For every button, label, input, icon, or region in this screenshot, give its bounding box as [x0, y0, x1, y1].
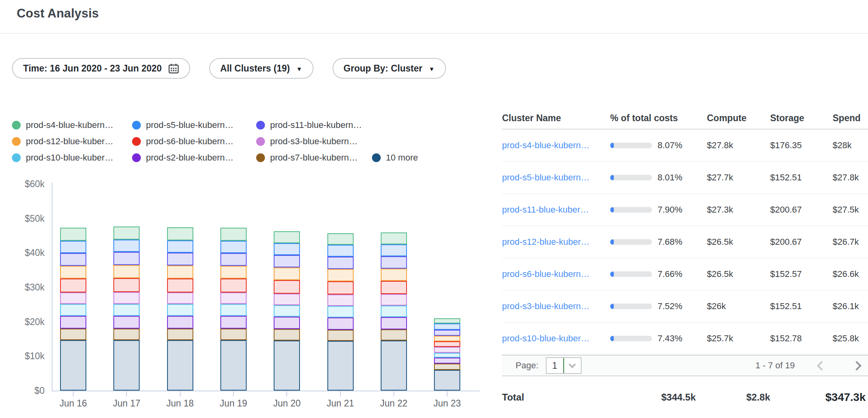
clusters-filter-dropdown[interactable]: All Clusters (19) ▼ — [209, 58, 313, 79]
bar-segment[interactable] — [167, 240, 193, 253]
bar-segment[interactable] — [113, 292, 140, 304]
bar-segment[interactable] — [113, 316, 140, 329]
cluster-name-link[interactable]: prod-s6-blue-kubern… — [502, 269, 590, 279]
bar-segment[interactable] — [113, 226, 140, 240]
legend-item[interactable]: prod-s5-blue-kubern… — [132, 119, 234, 131]
bar-segment[interactable] — [60, 316, 86, 329]
bar-segment[interactable] — [434, 347, 460, 353]
bar-segment[interactable] — [60, 253, 86, 266]
bar-segment[interactable] — [327, 294, 354, 306]
bar-segment[interactable] — [327, 245, 354, 257]
bar-segment[interactable] — [327, 233, 354, 245]
bar-segment[interactable] — [60, 228, 86, 241]
bar-segment[interactable] — [434, 318, 460, 323]
bar-segment[interactable] — [167, 253, 193, 265]
bar-segment[interactable] — [60, 266, 86, 279]
bar-segment[interactable] — [167, 316, 193, 329]
bar-segment[interactable] — [381, 269, 407, 281]
bar-segment[interactable] — [327, 257, 354, 269]
bar-segment[interactable] — [220, 316, 247, 329]
bar-segment[interactable] — [381, 294, 407, 306]
legend-item[interactable]: prod-s7-blue-kubern… — [256, 152, 358, 164]
bar-segment[interactable] — [434, 370, 460, 391]
bar-segment[interactable] — [113, 304, 140, 316]
bar-segment[interactable] — [434, 336, 460, 341]
bar-segment[interactable] — [167, 292, 193, 304]
bar-segment[interactable] — [434, 358, 460, 364]
bar-segment[interactable] — [381, 317, 407, 329]
cluster-name-link[interactable]: prod-s11-blue-kuber… — [502, 205, 589, 215]
bar-segment[interactable] — [60, 241, 86, 253]
legend-item[interactable]: prod-s3-blue-kubern… — [256, 135, 358, 147]
cluster-name-link[interactable]: prod-s12-blue-kuber… — [502, 237, 590, 247]
bar-segment[interactable] — [434, 341, 460, 347]
bar-segment[interactable] — [167, 279, 193, 292]
bar-segment[interactable] — [434, 353, 460, 358]
previous-page-button[interactable] — [814, 358, 829, 373]
cluster-name-link[interactable]: prod-s3-blue-kubern… — [502, 301, 590, 311]
bar-segment[interactable] — [113, 329, 140, 340]
bar-segment[interactable] — [381, 341, 407, 391]
bar-segment[interactable] — [113, 278, 140, 292]
bar-segment[interactable] — [381, 256, 407, 269]
bar-segment[interactable] — [220, 292, 247, 304]
next-page-button[interactable] — [849, 358, 864, 373]
bar-segment[interactable] — [381, 306, 407, 317]
bar-segment[interactable] — [327, 306, 354, 317]
bar-segment[interactable] — [274, 329, 300, 341]
legend-item[interactable]: prod-s12-blue-kuber… — [12, 135, 113, 147]
bar-segment[interactable] — [167, 329, 193, 340]
legend-item[interactable]: prod-s2-blue-kubern… — [132, 152, 234, 164]
bar-segment[interactable] — [381, 281, 407, 294]
bar-segment[interactable] — [167, 265, 193, 279]
legend-item[interactable]: prod-s6-blue-kubern… — [132, 135, 234, 147]
cluster-name-link[interactable]: prod-s10-blue-kuber… — [502, 333, 590, 343]
legend-item[interactable]: prod-s4-blue-kubern… — [12, 119, 113, 131]
bar-segment[interactable] — [220, 241, 247, 253]
bar-segment[interactable] — [274, 267, 300, 280]
page-select[interactable]: 1 — [546, 357, 582, 374]
bar-segment[interactable] — [113, 252, 140, 265]
bar-segment[interactable] — [327, 317, 354, 330]
bar-segment[interactable] — [167, 340, 193, 391]
bar-segment[interactable] — [274, 305, 300, 317]
bar-segment[interactable] — [113, 265, 140, 278]
bar-segment[interactable] — [167, 227, 193, 240]
bar-segment[interactable] — [274, 255, 300, 267]
bar-segment[interactable] — [381, 244, 407, 256]
bar-segment[interactable] — [60, 329, 86, 340]
bar-segment[interactable] — [60, 304, 86, 316]
bar-segment[interactable] — [60, 279, 86, 292]
bar-segment[interactable] — [434, 364, 460, 370]
legend-item[interactable]: prod-s10-blue-kuber… — [12, 152, 113, 164]
bar-segment[interactable] — [220, 253, 247, 266]
bar-segment[interactable] — [113, 240, 140, 252]
bar-segment[interactable] — [60, 292, 86, 304]
bar-segment[interactable] — [327, 281, 354, 294]
bar-segment[interactable] — [274, 341, 300, 391]
bar-segment[interactable] — [327, 269, 354, 281]
time-range-filter[interactable]: Time: 16 Jun 2020 - 23 Jun 2020 — [12, 58, 190, 79]
bar-segment[interactable] — [381, 329, 407, 341]
bar-segment[interactable] — [220, 304, 247, 316]
bar-segment[interactable] — [220, 340, 247, 391]
bar-segment[interactable] — [220, 228, 247, 241]
bar-segment[interactable] — [220, 279, 247, 292]
bar-segment[interactable] — [220, 266, 247, 279]
cluster-name-link[interactable]: prod-s4-blue-kubern… — [502, 140, 590, 150]
bar-segment[interactable] — [434, 330, 460, 336]
bar-segment[interactable] — [434, 323, 460, 330]
bar-segment[interactable] — [113, 340, 140, 391]
bar-segment[interactable] — [274, 317, 300, 329]
bar-segment[interactable] — [167, 304, 193, 316]
group-by-dropdown[interactable]: Group By: Cluster ▼ — [333, 58, 446, 79]
bar-segment[interactable] — [381, 232, 407, 244]
bar-segment[interactable] — [274, 280, 300, 294]
legend-item[interactable]: 10 more — [372, 152, 418, 164]
cluster-name-link[interactable]: prod-s5-blue-kubern… — [502, 172, 590, 182]
bar-segment[interactable] — [327, 341, 354, 391]
bar-segment[interactable] — [220, 329, 247, 340]
bar-segment[interactable] — [327, 330, 354, 341]
bar-segment[interactable] — [274, 231, 300, 243]
legend-item[interactable]: prod-s11-blue-kubern… — [256, 119, 362, 131]
